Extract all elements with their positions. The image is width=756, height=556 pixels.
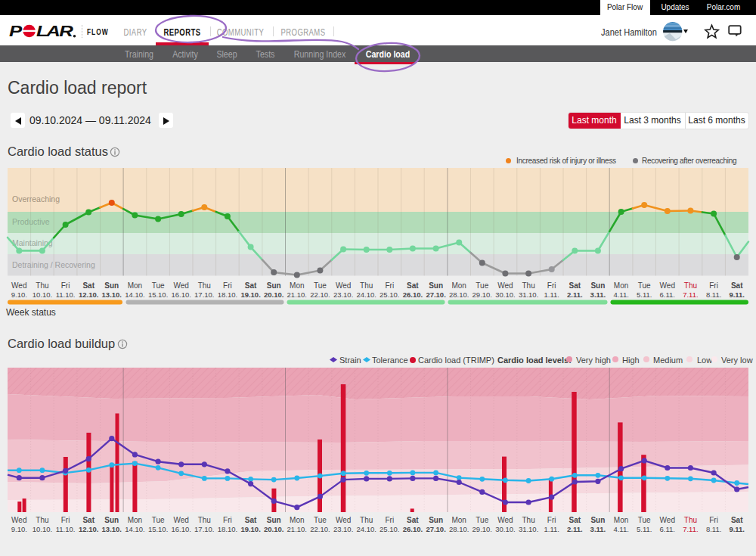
svg-text:Mon: Mon	[451, 281, 466, 290]
svg-text:7.11.: 7.11.	[683, 290, 698, 299]
svg-text:Sat: Sat	[245, 516, 257, 524]
svg-text:Fri: Fri	[223, 516, 232, 524]
svg-text:Wed: Wed	[174, 516, 189, 524]
svg-text:26.10.: 26.10.	[403, 290, 423, 299]
svg-text:Tue: Tue	[152, 281, 165, 290]
svg-text:Wed: Wed	[11, 281, 26, 290]
svg-text:4.11.: 4.11.	[613, 525, 628, 533]
svg-text:16.10.: 16.10.	[171, 290, 191, 299]
svg-text:23.10.: 23.10.	[333, 525, 353, 533]
svg-text:27.10.: 27.10.	[426, 290, 445, 299]
svg-text:Sun: Sun	[267, 516, 281, 524]
svg-text:Thu: Thu	[360, 281, 373, 290]
svg-text:7.11.: 7.11.	[683, 525, 698, 533]
svg-text:2.11.: 2.11.	[567, 290, 583, 299]
svg-text:9.11.: 9.11.	[729, 290, 745, 299]
svg-text:Sat: Sat	[569, 516, 581, 524]
svg-text:Sat: Sat	[82, 281, 94, 290]
svg-text:8.11.: 8.11.	[706, 290, 721, 299]
svg-text:9.11.: 9.11.	[729, 525, 745, 533]
svg-text:Wed: Wed	[336, 281, 351, 290]
svg-text:Sun: Sun	[104, 516, 119, 524]
svg-text:P: P	[9, 23, 23, 39]
svg-text:29.10.: 29.10.	[472, 290, 492, 299]
svg-text:1.11.: 1.11.	[544, 290, 559, 299]
svg-text:Sat: Sat	[245, 281, 257, 290]
svg-text:10.10.: 10.10.	[33, 290, 52, 299]
svg-text:14.10.: 14.10.	[125, 290, 144, 299]
svg-text:6.11.: 6.11.	[660, 290, 675, 299]
svg-text:Tue: Tue	[638, 281, 651, 290]
svg-text:22.10.: 22.10.	[310, 290, 330, 299]
svg-text:Tue: Tue	[638, 516, 651, 524]
svg-text:Sun: Sun	[267, 281, 281, 290]
svg-text:4.11.: 4.11.	[613, 290, 628, 299]
svg-text:5.11.: 5.11.	[637, 525, 652, 533]
svg-text:Sun: Sun	[429, 281, 443, 290]
svg-text:Mon: Mon	[614, 516, 628, 524]
svg-text:Thu: Thu	[684, 516, 697, 524]
svg-text:24.10.: 24.10.	[356, 525, 376, 533]
svg-text:16.10.: 16.10.	[171, 525, 191, 533]
svg-text:Thu: Thu	[36, 516, 48, 524]
svg-text:Thu: Thu	[522, 516, 534, 524]
svg-text:Sun: Sun	[104, 281, 119, 290]
svg-text:13.10.: 13.10.	[102, 290, 122, 299]
svg-text:Mon: Mon	[614, 281, 628, 290]
svg-text:21.10.: 21.10.	[287, 290, 307, 299]
svg-text:Wed: Wed	[11, 516, 26, 524]
svg-text:9.10.: 9.10.	[11, 290, 27, 299]
svg-text:19.10.: 19.10.	[240, 525, 260, 533]
svg-text:Thu: Thu	[522, 281, 534, 290]
svg-text:28.10.: 28.10.	[449, 290, 469, 299]
svg-text:11.10.: 11.10.	[56, 290, 76, 299]
svg-text:11.10.: 11.10.	[56, 525, 76, 533]
svg-text:Fri: Fri	[223, 281, 232, 290]
svg-text:Fri: Fri	[547, 516, 556, 524]
svg-text:Fri: Fri	[61, 281, 70, 290]
svg-text:25.10.: 25.10.	[380, 290, 399, 299]
svg-text:2.11.: 2.11.	[567, 525, 583, 533]
svg-text:Wed: Wed	[660, 516, 675, 524]
svg-text:Thu: Thu	[360, 516, 373, 524]
svg-text:21.10.: 21.10.	[287, 525, 307, 533]
svg-text:Fri: Fri	[709, 281, 718, 290]
svg-text:Sun: Sun	[429, 516, 443, 524]
svg-text:Wed: Wed	[497, 516, 513, 524]
svg-text:Sun: Sun	[590, 516, 605, 524]
svg-text:3.11.: 3.11.	[590, 525, 606, 533]
svg-text:Mon: Mon	[451, 516, 466, 524]
svg-text:Sun: Sun	[590, 281, 605, 290]
svg-text:17.10.: 17.10.	[194, 290, 214, 299]
svg-text:Thu: Thu	[198, 516, 211, 524]
svg-text:27.10.: 27.10.	[426, 525, 445, 533]
svg-text:Tue: Tue	[314, 516, 327, 524]
svg-text:Sat: Sat	[407, 516, 419, 524]
svg-text:Fri: Fri	[385, 281, 394, 290]
svg-text:24.10.: 24.10.	[356, 290, 376, 299]
svg-text:31.10.: 31.10.	[519, 525, 538, 533]
svg-text:Sat: Sat	[407, 281, 419, 290]
svg-text:A: A	[45, 23, 60, 39]
svg-text:Sat: Sat	[82, 516, 94, 524]
svg-text:Mon: Mon	[290, 281, 304, 290]
svg-text:28.10.: 28.10.	[449, 525, 469, 533]
svg-text:29.10.: 29.10.	[472, 525, 492, 533]
svg-text:Sat: Sat	[569, 281, 581, 290]
svg-text:Mon: Mon	[128, 281, 142, 290]
svg-text:R: R	[59, 23, 73, 39]
svg-text:12.10.: 12.10.	[79, 525, 98, 533]
svg-text:Tue: Tue	[476, 281, 488, 290]
svg-text:18.10.: 18.10.	[218, 290, 237, 299]
svg-text:Tue: Tue	[314, 281, 327, 290]
svg-text:Fri: Fri	[547, 281, 556, 290]
svg-text:Tue: Tue	[476, 516, 488, 524]
svg-text:Mon: Mon	[290, 516, 304, 524]
svg-text:Thu: Thu	[198, 281, 211, 290]
svg-text:30.10.: 30.10.	[495, 525, 515, 533]
svg-text:Detraining / Recovering: Detraining / Recovering	[12, 260, 95, 269]
svg-text:20.10.: 20.10.	[264, 290, 284, 299]
svg-text:13.10.: 13.10.	[102, 525, 122, 533]
svg-text:12.10.: 12.10.	[79, 290, 98, 299]
svg-text:6.11.: 6.11.	[660, 525, 675, 533]
